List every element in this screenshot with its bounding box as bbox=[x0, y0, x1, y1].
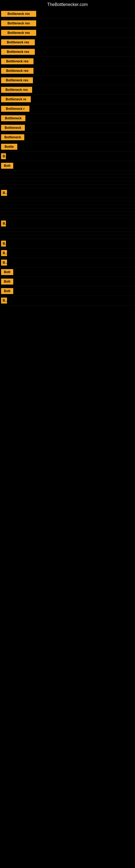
bottleneck-result-button[interactable]: B bbox=[1, 241, 6, 247]
bottleneck-result-button[interactable]: Bottleneck bbox=[1, 125, 25, 131]
table-row bbox=[0, 232, 135, 236]
table-row bbox=[0, 201, 135, 205]
table-row: Bottleneck res bbox=[0, 57, 135, 66]
bottleneck-result-button[interactable]: Bottle bbox=[1, 144, 17, 150]
table-row: Bott bbox=[0, 268, 135, 277]
bottleneck-result-button[interactable]: Bottleneck res bbox=[1, 20, 36, 26]
table-row: Bottleneck res bbox=[0, 85, 135, 95]
table-row bbox=[0, 178, 135, 181]
table-row bbox=[0, 181, 135, 185]
bottleneck-result-button[interactable]: Bottleneck res bbox=[1, 77, 33, 83]
table-row bbox=[0, 215, 135, 219]
bottleneck-result-button[interactable]: Bottleneck res bbox=[1, 49, 35, 55]
bottleneck-result-button[interactable]: Bottleneck res bbox=[1, 58, 34, 64]
table-row: Bo bbox=[0, 258, 135, 268]
bottleneck-result-button[interactable]: Bottleneck res bbox=[1, 30, 36, 36]
table-row bbox=[0, 236, 135, 239]
bottleneck-result-button[interactable]: Bott bbox=[1, 163, 13, 169]
bottleneck-result-button[interactable]: Bottleneck bbox=[1, 134, 24, 140]
table-row bbox=[0, 185, 135, 188]
table-row: Bottleneck bbox=[0, 114, 135, 123]
bottleneck-result-button[interactable]: Bo bbox=[1, 298, 7, 304]
bottleneck-result-button[interactable]: Bottleneck res bbox=[1, 39, 35, 45]
table-row: Bottleneck res bbox=[0, 66, 135, 76]
bottleneck-result-button[interactable]: Bo bbox=[1, 250, 7, 256]
table-row: Bottleneck r bbox=[0, 104, 135, 114]
table-row bbox=[0, 198, 135, 201]
table-row: B bbox=[0, 219, 135, 228]
table-row: Bott bbox=[0, 161, 135, 170]
bottleneck-result-button[interactable]: Bottleneck re bbox=[1, 96, 31, 102]
table-row: Bottleneck res bbox=[0, 9, 135, 19]
table-row bbox=[0, 170, 135, 174]
bottleneck-result-button[interactable]: B bbox=[1, 153, 6, 159]
table-row: Bottleneck res bbox=[0, 19, 135, 28]
table-row: Bottleneck res bbox=[0, 28, 135, 38]
bottleneck-result-button[interactable]: Bo bbox=[1, 259, 7, 266]
site-header: TheBottlenecker.com bbox=[0, 0, 135, 9]
table-row bbox=[0, 212, 135, 215]
bottleneck-result-button[interactable]: Bottleneck res bbox=[1, 68, 34, 74]
rows-container: Bottleneck resBottleneck resBottleneck r… bbox=[0, 9, 135, 305]
bottleneck-result-button[interactable]: Bott bbox=[1, 279, 13, 284]
table-row: Bottleneck bbox=[0, 123, 135, 133]
bottleneck-result-button[interactable]: Bott bbox=[1, 288, 13, 294]
table-row: Bo bbox=[0, 188, 135, 198]
bottleneck-result-button[interactable]: Bottleneck bbox=[1, 115, 26, 121]
table-row: Bott bbox=[0, 277, 135, 286]
site-title: TheBottlenecker.com bbox=[0, 0, 135, 9]
table-row bbox=[0, 208, 135, 212]
table-row bbox=[0, 228, 135, 232]
bottleneck-result-button[interactable]: Bottleneck r bbox=[1, 106, 30, 112]
table-row: Bottleneck bbox=[0, 133, 135, 142]
table-row: Bo bbox=[0, 248, 135, 258]
table-row: Bottle bbox=[0, 142, 135, 152]
table-row: Bottleneck res bbox=[0, 38, 135, 47]
table-row: Bottleneck res bbox=[0, 76, 135, 85]
bottleneck-result-button[interactable]: B bbox=[1, 220, 6, 226]
bottleneck-result-button[interactable]: Bo bbox=[1, 190, 7, 196]
table-row: B bbox=[0, 239, 135, 248]
table-row: Bottleneck re bbox=[0, 95, 135, 104]
table-row: Bott bbox=[0, 286, 135, 296]
table-row: Bo bbox=[0, 296, 135, 305]
table-row: B bbox=[0, 152, 135, 161]
table-row bbox=[0, 174, 135, 178]
table-row: Bottleneck res bbox=[0, 47, 135, 57]
table-row bbox=[0, 205, 135, 208]
bottleneck-result-button[interactable]: Bottleneck res bbox=[1, 11, 36, 17]
bottleneck-result-button[interactable]: Bottleneck res bbox=[1, 87, 32, 93]
bottleneck-result-button[interactable]: Bott bbox=[1, 269, 13, 275]
